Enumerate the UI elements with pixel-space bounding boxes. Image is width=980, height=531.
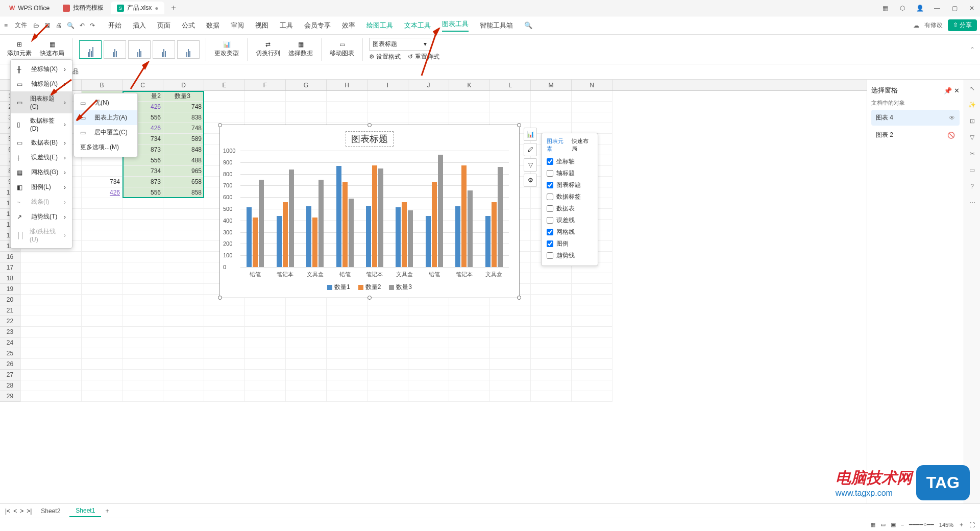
template-tab[interactable]: 找稻壳模板 [57, 2, 110, 14]
chart-style-button[interactable]: 🖊 [524, 143, 537, 156]
redo-icon[interactable]: ↷ [90, 22, 95, 29]
chart-handle-bc[interactable] [368, 296, 372, 300]
tab-efficiency[interactable]: 效率 [342, 21, 355, 30]
row-header-29[interactable]: 29 [0, 391, 20, 402]
grid-icon[interactable]: ▦ [880, 3, 890, 13]
selection-item-图表 2[interactable]: 图表 2🚫 [871, 127, 960, 143]
chart-elem-数据表[interactable]: 数据表 [547, 203, 593, 214]
select-data-button[interactable]: ▦选择数据 [286, 40, 315, 59]
row-header-26[interactable]: 26 [0, 359, 20, 370]
menu-item-数据标签(D)[interactable]: ▯数据标签(D)› [11, 113, 72, 135]
row-header-18[interactable]: 18 [0, 273, 20, 284]
sheet-nav-next[interactable]: > [20, 508, 23, 509]
menu-item-数据表(B)[interactable]: ▭数据表(B)› [11, 135, 72, 150]
undo-icon[interactable]: ↶ [80, 22, 85, 29]
col-header-G[interactable]: G [286, 80, 327, 90]
wps-tab[interactable]: W WPS Office [3, 3, 56, 14]
col-header-L[interactable]: L [490, 80, 531, 90]
checkbox[interactable] [547, 205, 553, 212]
search-icon[interactable]: 🔍 [524, 21, 532, 29]
chart-settings-button[interactable]: ⚙ [524, 174, 537, 187]
tab-smart-tools[interactable]: 智能工具箱 [480, 21, 513, 30]
menu-item-轴标题(A)[interactable]: ▭轴标题(A)› [11, 77, 72, 91]
col-header-B[interactable]: B [82, 80, 122, 90]
print-icon[interactable]: 🖨 [56, 22, 62, 29]
bar-笔记本-数量3[interactable] [378, 168, 383, 267]
row-header-20[interactable]: 20 [0, 295, 20, 305]
bar-文具盒-数量2[interactable] [312, 218, 317, 267]
chart-elements-button[interactable]: 📊 [524, 128, 537, 141]
checkbox[interactable] [547, 229, 553, 235]
chart-handle-tr[interactable] [517, 123, 521, 127]
filter-tool-icon[interactable]: ▽ [970, 134, 974, 141]
chart-legend[interactable]: 数量1 数量2 数量3 [327, 283, 412, 292]
cloud-icon[interactable]: ☁ [913, 22, 919, 29]
col-header-D[interactable]: D [163, 80, 204, 90]
collapse-ribbon-icon[interactable]: ⌃ [970, 46, 975, 53]
chart-handle-tl[interactable] [218, 123, 222, 127]
sheet-tab-1[interactable]: Sheet1 [69, 505, 101, 509]
bar-文具盒-数量1[interactable] [306, 206, 311, 267]
bar-铅笔-数量1[interactable] [336, 166, 341, 267]
chart-elem-网格线[interactable]: 网格线 [547, 226, 593, 238]
bar-文具盒-数量3[interactable] [408, 210, 413, 267]
menu-item-趋势线(T)[interactable]: ↗趋势线(T)› [11, 209, 72, 224]
tab-start[interactable]: 开始 [108, 21, 121, 30]
save-icon[interactable]: 🖫 [44, 22, 51, 29]
file-tab[interactable]: S 产品.xlsx ● [111, 2, 164, 14]
bar-笔记本-数量1[interactable] [366, 206, 371, 267]
submenu-item-更多选项...(M)[interactable]: 更多选项...(M) [74, 140, 137, 155]
bar-铅笔-数量2[interactable] [253, 218, 258, 267]
bar-铅笔-数量2[interactable] [432, 182, 437, 267]
chart-style-1[interactable] [79, 40, 102, 59]
row-header-24[interactable]: 24 [0, 337, 20, 348]
tab-page[interactable]: 页面 [157, 21, 170, 30]
preview-icon[interactable]: 🔍 [67, 22, 75, 29]
tab-draw-tools[interactable]: 绘图工具 [366, 21, 393, 30]
cursor-tool-icon[interactable]: ↖ [970, 85, 975, 92]
bar-笔记本-数量3[interactable] [468, 190, 473, 267]
menu-item-图表标题(C)[interactable]: ▭图表标题(C)› [11, 91, 72, 113]
chart-element-select[interactable]: 图表标题▾ [369, 38, 430, 51]
avatar-icon[interactable]: 👤 [915, 3, 925, 13]
sheet-nav-first[interactable]: |< [5, 508, 10, 509]
chart-plot-area[interactable]: 01002003004005006007008009001000铅笔笔记本文具盒… [240, 151, 509, 267]
chart-handle-tc[interactable] [368, 123, 372, 127]
submenu-item-居中覆盖(C)[interactable]: ▭居中覆盖(C) [74, 125, 137, 140]
cube-icon[interactable]: ⬡ [897, 3, 908, 13]
change-type-button[interactable]: 📊更改类型 [212, 40, 241, 59]
chart-title[interactable]: 图表标题 [346, 131, 394, 147]
bar-文具盒-数量2[interactable] [492, 202, 497, 267]
col-header-H[interactable]: H [327, 80, 368, 90]
panel-tab-elements[interactable]: 图表元素 [547, 137, 568, 153]
menu-item-网格线(G)[interactable]: ▦网格线(G)› [11, 165, 72, 180]
menu-icon[interactable]: ≡ [3, 20, 9, 31]
tab-data[interactable]: 数据 [206, 21, 219, 30]
bar-笔记本-数量3[interactable] [289, 170, 294, 267]
add-tab-button[interactable]: ＋ [165, 3, 182, 13]
open-icon[interactable]: 🗁 [33, 22, 39, 29]
checkbox[interactable] [547, 194, 553, 200]
selection-item-图表 4[interactable]: 图表 4👁 [871, 110, 960, 126]
tab-review[interactable]: 审阅 [231, 21, 244, 30]
bar-铅笔-数量1[interactable] [426, 216, 431, 267]
bar-文具盒-数量3[interactable] [498, 167, 503, 267]
menu-item-坐标轴(X)[interactable]: ╫坐标轴(X)› [11, 62, 72, 77]
checkbox[interactable] [547, 170, 553, 177]
bar-笔记本-数量2[interactable] [372, 165, 377, 267]
chart-filter-button[interactable]: ▽ [524, 158, 537, 172]
file-menu[interactable]: 文件 [14, 19, 28, 32]
row-header-22[interactable]: 22 [0, 316, 20, 327]
row-header-28[interactable]: 28 [0, 380, 20, 391]
menu-item-误差线(E)[interactable]: ⟊误差线(E)› [11, 150, 72, 165]
col-header-M[interactable]: M [531, 80, 572, 90]
reset-style-button[interactable]: ↺ 重置样式 [408, 53, 439, 61]
tab-insert[interactable]: 插入 [133, 21, 146, 30]
col-header-F[interactable]: F [245, 80, 286, 90]
row-header-21[interactable]: 21 [0, 305, 20, 316]
chart-style-2[interactable] [104, 40, 126, 59]
bar-笔记本-数量1[interactable] [277, 216, 282, 267]
chart-elem-误差线[interactable]: 误差线 [547, 214, 593, 226]
tab-formula[interactable]: 公式 [182, 21, 195, 30]
tab-member[interactable]: 会员专享 [304, 21, 331, 30]
